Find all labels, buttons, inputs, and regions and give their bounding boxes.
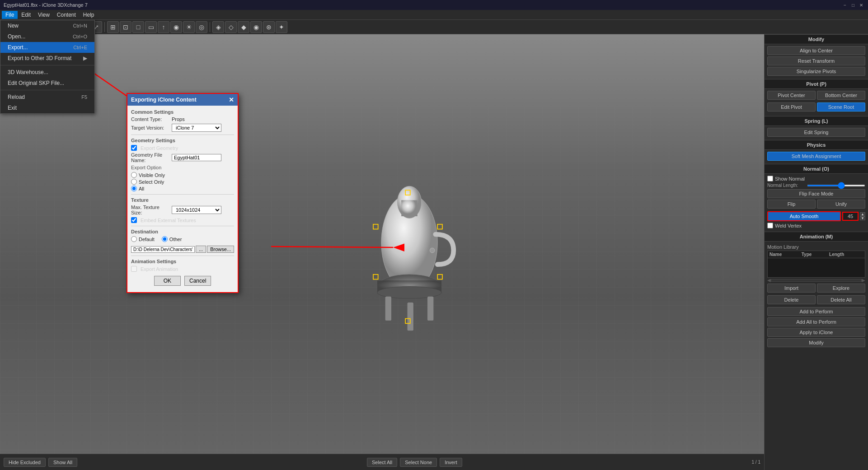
all-row: All [131,186,234,191]
align-to-center-button[interactable]: Align to Center [767,46,865,55]
singularize-pivots-button[interactable]: Singularize Pivots [767,67,865,76]
dialog-close-button[interactable]: ✕ [229,96,234,103]
delete-row: Delete Delete All [767,295,865,306]
export-anim-checkbox[interactable] [131,266,137,272]
add-all-to-perform-button[interactable]: Add All to Perform [767,317,865,326]
flip-face-mode-button[interactable]: Flip Face Mode [767,189,865,198]
cancel-button[interactable]: Cancel [184,276,211,286]
import-explore-row: Import Explore [767,284,865,294]
toolbar-globe[interactable]: ◉ [170,21,182,33]
edit-pivot-button[interactable]: Edit Pivot [767,102,816,112]
spin-up-button[interactable]: ▲ [860,212,865,216]
add-to-perform-button[interactable]: Add to Perform [767,307,865,316]
toolbar-grid[interactable]: ⊞ [107,21,119,33]
max-texture-select[interactable]: 512x512 1024x1024 2048x2048 [172,206,221,214]
maximize-button[interactable]: □ [850,2,856,8]
export-geom-checkbox[interactable] [131,145,137,151]
visible-only-radio[interactable] [131,172,137,178]
content-type-value: Props [172,116,185,122]
motion-scrollbar[interactable] [771,279,862,282]
minimize-button[interactable]: − [842,2,848,8]
toolbar-box[interactable]: □ [132,21,144,33]
show-normal-checkbox[interactable] [767,176,773,181]
weld-vertex-checkbox[interactable] [767,223,773,228]
toolbar-fx5[interactable]: ⊛ [263,21,275,33]
show-all-button[interactable]: Show All [48,458,77,467]
apply-to-iclone-button[interactable]: Apply to iClone [767,328,865,337]
menu-help[interactable]: Help [80,11,98,19]
menu-content[interactable]: Content [53,11,80,19]
weld-vertex-label: Weld Vertex [775,223,802,228]
sep-2 [131,194,234,195]
delete-button[interactable]: Delete [767,295,816,304]
browse-button[interactable]: ... [196,246,206,253]
menu-exit[interactable]: Exit [0,102,94,113]
modify-button[interactable]: Modify [767,338,865,347]
edit-spring-button[interactable]: Edit Spring [767,128,865,137]
menu-open[interactable]: Open... Ctrl+O [0,31,94,42]
select-only-radio[interactable] [131,179,137,185]
target-version-select[interactable]: iClone 7 iClone 6 iClone 5 [172,124,221,132]
normal-length-slider[interactable] [807,185,865,186]
ok-button[interactable]: OK [154,276,181,286]
path-input[interactable] [131,246,195,253]
flip-button[interactable]: Flip [767,200,816,209]
toolbar-fx6[interactable]: ✦ [276,21,287,33]
menu-new[interactable]: New Ctrl+N [0,20,94,31]
menu-view[interactable]: View [34,11,53,19]
modify-header: Modify [765,34,868,44]
auto-smooth-value[interactable] [842,212,859,221]
menu-file[interactable]: File [2,11,18,19]
svg-rect-7 [385,296,391,320]
menu-edit[interactable]: Edit [18,11,34,19]
geom-filename-label: Geometry File Name: [131,152,172,163]
explore-button[interactable]: Explore [817,284,865,293]
import-button[interactable]: Import [767,284,816,293]
scroll-left-btn[interactable]: ◀ [767,278,771,283]
invert-button[interactable]: Invert [440,458,462,467]
select-all-button[interactable]: Select All [367,458,397,467]
embed-textures-checkbox[interactable] [131,217,137,223]
other-radio[interactable] [162,236,168,242]
reset-transform-button[interactable]: Reset Transform [767,56,865,65]
unify-button[interactable]: Unify [817,200,865,209]
viewport[interactable]: Render: Quick Shader Visible Faces Count… [0,34,764,470]
scroll-right-btn[interactable]: ▶ [862,278,865,283]
default-radio[interactable] [131,236,137,242]
toolbar-fx4[interactable]: ◉ [250,21,262,33]
toolbar-plane[interactable]: ▭ [145,21,157,33]
menu-3d-warehouse[interactable]: 3D Warehouse... [0,67,94,78]
export-geom-row: Export Geometry [131,145,234,151]
menu-export[interactable]: Export... Ctrl+E [0,42,94,53]
motion-library-label: Motion Library [767,243,865,251]
bottom-center-button[interactable]: Bottom Center [817,91,865,100]
toolbar-fx3[interactable]: ◆ [238,21,249,33]
menu-export-other[interactable]: Export to Other 3D Format ▶ [0,53,94,64]
menu-reload[interactable]: Reload F5 [0,92,94,102]
all-radio[interactable] [131,186,137,191]
delete-all-button[interactable]: Delete All [817,295,865,304]
close-button[interactable]: ✕ [858,2,864,8]
auto-smooth-button[interactable]: Auto Smooth [767,211,841,221]
geom-filename-input[interactable] [172,154,221,161]
scene-root-button[interactable]: Scene Root [817,102,865,112]
toolbar-light[interactable]: ☀ [183,21,195,33]
hide-excluded-button[interactable]: Hide Excluded [4,458,46,467]
weld-vertex-row: Weld Vertex [767,223,865,228]
toolbar-fx2[interactable]: ◇ [225,21,237,33]
toolbar-camera[interactable]: ◎ [196,21,207,33]
default-destination-row: Default [131,236,155,242]
select-none-button[interactable]: Select None [400,458,437,467]
toolbar-fx1[interactable]: ◈ [212,21,224,33]
menu-edit-skp[interactable]: Edit Original SKP File... [0,78,94,88]
soft-mesh-button[interactable]: Soft Mesh Assignment [767,152,865,161]
spin-down-button[interactable]: ▼ [860,216,865,220]
svg-rect-3 [401,200,418,216]
default-label: Default [139,237,155,242]
normal-header: Normal (O) [765,164,868,174]
page-info: 1 / 1 [752,460,760,465]
toolbar-arrow[interactable]: ↑ [158,21,169,33]
toolbar-snap[interactable]: ⊡ [120,21,131,33]
pivot-center-button[interactable]: Pivot Center [767,91,816,100]
browse-label-button[interactable]: Browse... [207,246,234,253]
